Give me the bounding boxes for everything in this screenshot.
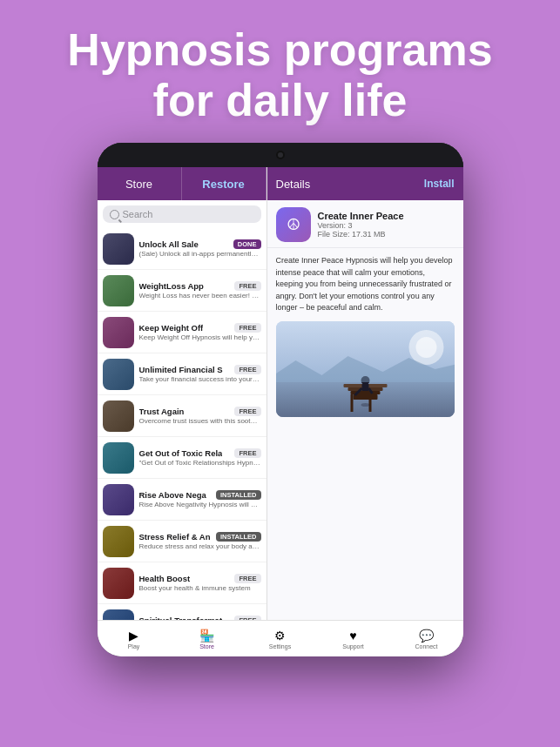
- tablet-camera: [276, 151, 285, 159]
- nav-icon-play: ▶: [129, 629, 138, 643]
- item-icon: [103, 233, 134, 265]
- item-title: Unlock All Sale: [139, 239, 199, 249]
- item-icon: [103, 568, 134, 599]
- detail-scene: [276, 321, 455, 417]
- restore-tab[interactable]: Restore: [182, 167, 267, 200]
- item-badge: FREE: [234, 448, 260, 458]
- nav-label-connect: Connect: [415, 643, 437, 649]
- detail-description: Create Inner Peace Hypnosis will help yo…: [267, 248, 463, 321]
- list-item[interactable]: Keep Weight OffFREEKeep Weight Off Hypno…: [98, 312, 267, 353]
- item-desc: "Get Out of Toxic Relationships Hypnosis…: [139, 459, 261, 467]
- item-title: Unlimited Financial S: [139, 365, 223, 374]
- list-item[interactable]: Spiritual TransformatFREESpiritual Trans…: [98, 604, 267, 620]
- item-icon: [103, 317, 134, 348]
- nav-item-support[interactable]: ♥Support: [317, 629, 390, 649]
- search-bar[interactable]: Search: [103, 205, 261, 223]
- item-info: Trust AgainFREEOvercome trust issues wit…: [139, 407, 261, 425]
- list-item[interactable]: Unlimited Financial SFREETake your finan…: [98, 353, 267, 395]
- item-icon: [103, 609, 134, 621]
- nav-icon-support: ♥: [349, 629, 356, 643]
- search-placeholder: Search: [123, 209, 153, 219]
- item-icon: [103, 359, 134, 390]
- list-item[interactable]: Health BoostFREEBoost your health & immu…: [98, 562, 267, 604]
- nav-label-settings: Settings: [269, 643, 291, 649]
- item-info: Keep Weight OffFREEKeep Weight Off Hypno…: [139, 323, 261, 341]
- item-icon: [103, 484, 134, 515]
- nav-item-settings[interactable]: ⚙Settings: [244, 629, 317, 649]
- nav-label-support: Support: [342, 643, 364, 649]
- detail-app-icon: ☮: [276, 207, 311, 242]
- svg-rect-9: [368, 394, 371, 412]
- item-icon: [103, 526, 134, 557]
- item-desc: Reduce stress and relax your body and mi…: [139, 542, 261, 550]
- app-screen: Store Restore Search Unlock All: [98, 167, 463, 656]
- item-badge: DONE: [233, 239, 261, 249]
- svg-point-14: [361, 403, 369, 407]
- svg-point-3: [415, 337, 436, 358]
- bottom-nav: ▶Play🏪Store⚙Settings♥Support💬Connect: [98, 620, 463, 656]
- tablet-device: Store Restore Search Unlock All: [98, 143, 463, 656]
- item-title: Trust Again: [139, 407, 185, 416]
- list-item[interactable]: Trust AgainFREEOvercome trust issues wit…: [98, 395, 267, 437]
- item-badge: INSTALLED: [216, 532, 261, 542]
- item-title: Get Out of Toxic Rela: [139, 448, 223, 458]
- item-icon: [103, 400, 134, 432]
- item-info: WeightLoss AppFREEWeight Loss has never …: [139, 281, 261, 299]
- item-badge: FREE: [234, 281, 260, 291]
- item-desc: Boost your health & immune system: [139, 584, 261, 592]
- list-item[interactable]: Unlock All SaleDONE(Sale) Unlock all in-…: [98, 228, 267, 270]
- item-desc: Weight Loss has never been easier! Lose …: [139, 292, 261, 299]
- store-header: Store Restore: [98, 167, 267, 200]
- svg-rect-8: [350, 394, 353, 412]
- item-title: Health Boost: [139, 574, 191, 583]
- list-item[interactable]: Get Out of Toxic RelaFREE"Get Out of Tox…: [98, 437, 267, 479]
- nav-label-store: Store: [199, 643, 214, 649]
- detail-app-name: Create Inner Peace: [318, 211, 404, 221]
- nav-label-play: Play: [128, 643, 140, 649]
- nav-item-connect[interactable]: 💬Connect: [390, 629, 463, 649]
- nav-icon-connect: 💬: [419, 629, 434, 643]
- tablet-top-bar: [98, 143, 463, 167]
- item-desc: Take your financial success into your ow…: [139, 375, 261, 383]
- item-badge: FREE: [234, 407, 260, 416]
- item-icon: [103, 442, 134, 474]
- detail-app-row: ☮ Create Inner Peace Version: 3 File Siz…: [267, 200, 463, 248]
- details-header: Details Install: [267, 167, 463, 200]
- item-badge: FREE: [234, 365, 260, 374]
- item-info: Unlock All SaleDONE(Sale) Unlock all in-…: [139, 239, 261, 258]
- nav-icon-store: 🏪: [199, 629, 214, 643]
- list-item[interactable]: Rise Above NegaINSTALLEDRise Above Negat…: [98, 479, 267, 521]
- details-panel: Details Install ☮ Create Inner Peace Ver…: [267, 167, 463, 620]
- item-info: Get Out of Toxic RelaFREE"Get Out of Tox…: [139, 448, 261, 467]
- detail-file-size: File Size: 17.31 MB: [318, 230, 404, 239]
- detail-image: [276, 321, 455, 417]
- item-desc: (Sale) Unlock all in-apps permanently to…: [139, 250, 261, 258]
- install-button[interactable]: Install: [424, 178, 455, 190]
- item-title: Stress Relief & An: [139, 532, 211, 542]
- item-info: Rise Above NegaINSTALLEDRise Above Negat…: [139, 490, 261, 508]
- svg-rect-11: [361, 384, 368, 391]
- nav-item-play[interactable]: ▶Play: [98, 629, 171, 649]
- nav-item-store[interactable]: 🏪Store: [171, 629, 244, 649]
- item-title: WeightLoss App: [139, 281, 204, 291]
- item-badge: INSTALLED: [216, 490, 261, 500]
- store-tab[interactable]: Store: [98, 167, 182, 200]
- store-list[interactable]: Unlock All SaleDONE(Sale) Unlock all in-…: [98, 228, 267, 620]
- item-info: Stress Relief & AnINSTALLEDReduce stress…: [139, 532, 261, 550]
- search-icon: [110, 210, 119, 219]
- item-icon: [103, 275, 134, 306]
- list-item[interactable]: Stress Relief & AnINSTALLEDReduce stress…: [98, 521, 267, 562]
- item-desc: Keep Weight Off Hypnosis will help you s…: [139, 333, 261, 341]
- tablet-wrapper: Store Restore Search Unlock All: [0, 143, 560, 656]
- hero-title: Hypnosis programsfor daily life: [26, 24, 534, 125]
- item-badge: FREE: [234, 323, 260, 333]
- store-panel: Store Restore Search Unlock All: [98, 167, 267, 620]
- item-desc: Rise Above Negativity Hypnosis will buil…: [139, 501, 261, 508]
- item-badge: FREE: [234, 574, 260, 583]
- nav-icon-settings: ⚙: [274, 629, 286, 643]
- list-item[interactable]: WeightLoss AppFREEWeight Loss has never …: [98, 270, 267, 312]
- item-title: Keep Weight Off: [139, 323, 204, 333]
- details-tab[interactable]: Details: [276, 178, 311, 191]
- app-content: Store Restore Search Unlock All: [98, 167, 463, 620]
- item-desc: Overcome trust issues with this soothing…: [139, 417, 261, 425]
